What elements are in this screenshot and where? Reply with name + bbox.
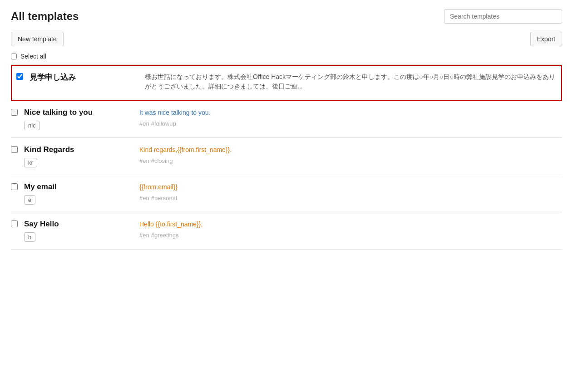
template-name-col: 見学申し込み — [30, 72, 138, 86]
template-content-col: 様お世話になっております。株式会社Office Hackマーケティング部の鈴木と… — [145, 72, 557, 94]
page-title: All templates — [11, 10, 79, 23]
new-template-button[interactable]: New template — [11, 32, 64, 46]
template-tags: #en#followup — [139, 120, 562, 127]
template-tag: #greetings — [151, 232, 179, 239]
search-input[interactable] — [444, 9, 562, 24]
template-checkbox[interactable] — [11, 220, 18, 227]
template-preview: It was nice talking to you. — [139, 108, 562, 118]
template-name-col: Kind Regardskr — [24, 145, 133, 167]
template-content-col: Kind regards,{{from.first_name}}.#en#clo… — [139, 145, 562, 164]
page-header: All templates — [11, 9, 562, 24]
template-content-col: {{from.email}}#en#personal — [139, 182, 562, 201]
template-shortcut-badge: nic — [24, 121, 40, 130]
template-checkbox[interactable] — [11, 183, 18, 190]
select-all-row: Select all — [11, 53, 562, 60]
template-shortcut-badge: kr — [24, 158, 37, 167]
template-checkbox-col — [11, 145, 18, 154]
template-checkbox-col — [11, 108, 18, 117]
template-item: My emaile{{from.email}}#en#personal — [11, 175, 562, 212]
template-checkbox-col — [11, 182, 18, 191]
template-title[interactable]: 見学申し込み — [30, 72, 138, 83]
template-shortcut-badge: h — [24, 232, 35, 242]
template-name-col: Say Helloh — [24, 220, 133, 242]
template-shortcut-badge: e — [24, 195, 35, 205]
template-tag: #personal — [151, 195, 177, 201]
template-title[interactable]: Nice talking to you — [24, 108, 133, 117]
select-all-checkbox[interactable] — [11, 54, 17, 59]
template-preview: Kind regards,{{from.first_name}}. — [139, 145, 562, 155]
template-content-col: It was nice talking to you.#en#followup — [139, 108, 562, 127]
template-content-col: Hello {{to.first_name}},#en#greetings — [139, 220, 562, 239]
template-list: 見学申し込み様お世話になっております。株式会社Office Hackマーケティン… — [11, 64, 562, 250]
toolbar: New template Export — [11, 32, 562, 46]
template-preview: 様お世話になっております。株式会社Office Hackマーケティング部の鈴木と… — [145, 72, 557, 91]
template-item: Nice talking to younicIt was nice talkin… — [11, 101, 562, 138]
template-tag: #en — [139, 120, 149, 127]
template-title[interactable]: Kind Regards — [24, 145, 133, 154]
template-tag: #en — [139, 195, 149, 201]
template-checkbox[interactable] — [11, 109, 18, 116]
template-checkbox[interactable] — [11, 146, 18, 153]
template-tag: #en — [139, 232, 149, 239]
template-tags: #en#closing — [139, 157, 562, 164]
template-tags: #en#greetings — [139, 232, 562, 239]
export-button[interactable]: Export — [530, 32, 562, 46]
template-item: 見学申し込み様お世話になっております。株式会社Office Hackマーケティン… — [11, 65, 562, 101]
template-name-col: My emaile — [24, 182, 133, 205]
template-preview: {{from.email}} — [139, 182, 562, 192]
template-checkbox[interactable] — [16, 73, 23, 80]
template-item: Say HellohHello {{to.first_name}},#en#gr… — [11, 212, 562, 250]
template-tag: #followup — [151, 120, 176, 127]
template-tag: #en — [139, 157, 149, 164]
template-tags: #en#personal — [139, 195, 562, 201]
select-all-label[interactable]: Select all — [20, 53, 46, 60]
template-tag: #closing — [151, 157, 173, 164]
template-preview: Hello {{to.first_name}}, — [139, 220, 562, 229]
template-name-col: Nice talking to younic — [24, 108, 133, 130]
template-title[interactable]: My email — [24, 182, 133, 191]
template-item: Kind RegardskrKind regards,{{from.first_… — [11, 138, 562, 175]
template-title[interactable]: Say Hello — [24, 220, 133, 229]
template-checkbox-col — [16, 72, 23, 81]
template-checkbox-col — [11, 220, 18, 229]
